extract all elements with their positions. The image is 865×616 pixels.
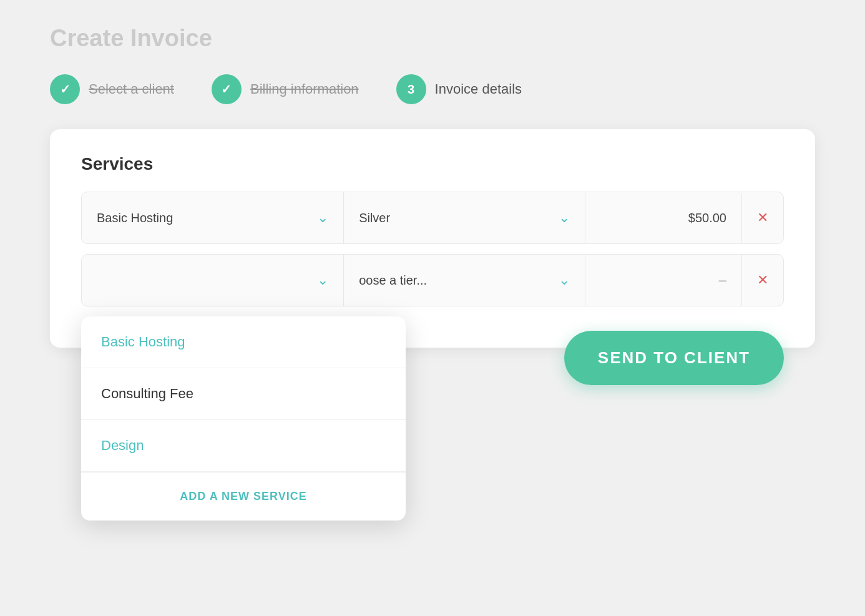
service-name-1: Basic Hosting bbox=[97, 211, 173, 225]
service-selector-1[interactable]: Basic Hosting ⌄ bbox=[82, 192, 344, 243]
dropdown-item-design[interactable]: Design bbox=[81, 420, 406, 472]
price-dash-2: – bbox=[719, 272, 726, 288]
step-label-3: Invoice details bbox=[435, 81, 522, 97]
tier-name-1: Silver bbox=[359, 211, 390, 225]
add-new-service-button[interactable]: ADD A NEW SERVICE bbox=[81, 472, 406, 521]
dropdown-item-consulting-fee[interactable]: Consulting Fee bbox=[81, 368, 406, 420]
chevron-down-icon-service-2: ⌄ bbox=[317, 272, 328, 288]
service-dropdown[interactable]: Basic Hosting Consulting Fee Design ADD … bbox=[81, 316, 406, 521]
step-label-1: Select a client bbox=[89, 81, 174, 97]
service-selector-2[interactable]: ⌄ bbox=[82, 255, 344, 306]
delete-icon-2[interactable]: ✕ bbox=[757, 272, 768, 288]
chevron-down-icon-tier-1: ⌄ bbox=[559, 210, 570, 226]
tier-placeholder-2: oose a tier... bbox=[359, 273, 427, 288]
delete-icon-1[interactable]: ✕ bbox=[757, 210, 768, 226]
page-title: Create Invoice bbox=[50, 25, 815, 52]
main-card: Services Basic Hosting ⌄ Silver ⌄ $50.00… bbox=[50, 129, 815, 348]
chevron-down-icon-service-1: ⌄ bbox=[317, 210, 328, 226]
delete-row-2[interactable]: ✕ bbox=[742, 255, 783, 306]
step-select-client: ✓ Select a client bbox=[50, 74, 174, 104]
dropdown-item-basic-hosting[interactable]: Basic Hosting bbox=[81, 316, 406, 368]
service-row-2: ⌄ oose a tier... ⌄ – ✕ bbox=[81, 254, 784, 306]
send-to-client-button[interactable]: SEND TO CLIENT bbox=[564, 331, 784, 385]
step-invoice-details: 3 Invoice details bbox=[396, 74, 522, 104]
step-billing-info: ✓ Billing information bbox=[212, 74, 359, 104]
services-title: Services bbox=[81, 154, 784, 174]
stepper: ✓ Select a client ✓ Billing information … bbox=[50, 74, 815, 104]
step-circle-3: 3 bbox=[396, 74, 426, 104]
delete-row-1[interactable]: ✕ bbox=[742, 192, 783, 243]
price-value-1: $50.00 bbox=[688, 211, 726, 225]
step-label-2: Billing information bbox=[250, 81, 359, 97]
step-circle-2: ✓ bbox=[212, 74, 242, 104]
price-display-1: $50.00 bbox=[585, 193, 742, 243]
tier-selector-1[interactable]: Silver ⌄ bbox=[344, 192, 585, 243]
step-circle-1: ✓ bbox=[50, 74, 80, 104]
tier-selector-2[interactable]: oose a tier... ⌄ bbox=[344, 255, 585, 306]
price-display-2: – bbox=[585, 255, 742, 306]
chevron-down-icon-tier-2: ⌄ bbox=[559, 272, 570, 288]
service-row-1: Basic Hosting ⌄ Silver ⌄ $50.00 ✕ bbox=[81, 192, 784, 244]
